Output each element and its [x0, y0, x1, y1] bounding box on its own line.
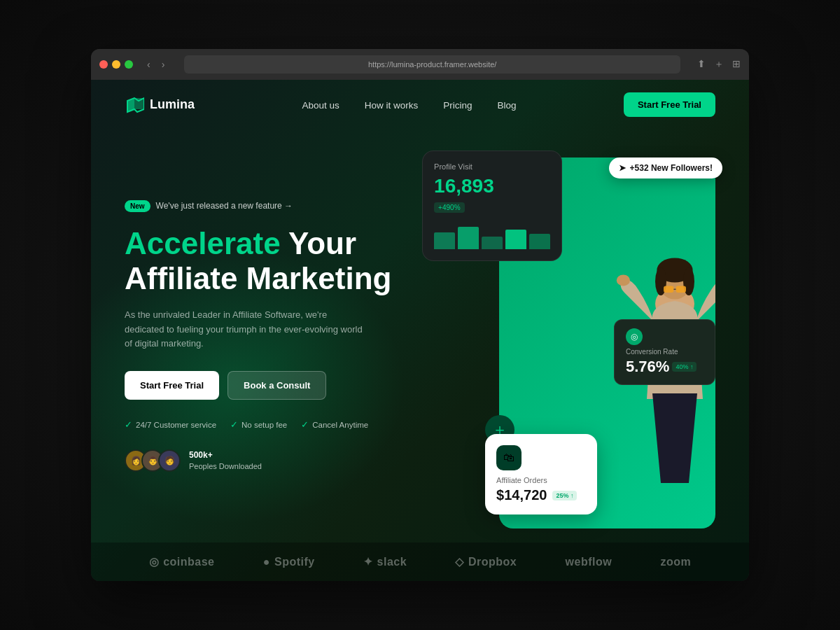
- hero-section: New We've just released a new feature → …: [91, 130, 749, 542]
- chart-bar-0: [434, 232, 455, 249]
- conversion-badge: 40% ↑: [672, 362, 696, 372]
- new-tab-icon[interactable]: ＋: [714, 58, 724, 71]
- check-icon-2: ✓: [301, 419, 309, 430]
- chart-bar-4: [529, 234, 550, 249]
- nav-link-blog[interactable]: Blog: [498, 100, 517, 111]
- follower-text: +532 New Followers!: [630, 163, 713, 173]
- back-icon[interactable]: ‹: [144, 57, 153, 71]
- navbar: Lumina About us How it works Pricing Blo…: [91, 80, 749, 130]
- chart-bar-3: [505, 230, 526, 249]
- conversion-label: Conversion Rate: [626, 348, 704, 356]
- conversion-value: 5.76%: [626, 358, 669, 376]
- browser-actions: ⬆ ＋ ⊞: [697, 58, 741, 71]
- mini-chart: [434, 221, 550, 249]
- social-proof: 👩 👨 🧑 500k+ Peoples Downloaded: [125, 449, 408, 472]
- features-list: ✓ 24/7 Customer service ✓ No setup fee ✓…: [125, 419, 408, 430]
- nav-item-how[interactable]: How it works: [365, 99, 419, 111]
- social-label: Peoples Downloaded: [189, 462, 262, 470]
- affiliate-orders-card: 🛍 Affiliate Orders $14,720 25% ↑: [485, 434, 597, 514]
- feature-item-2: ✓ Cancel Anytime: [301, 419, 368, 430]
- profile-visit-value: 16,893: [434, 175, 550, 197]
- logo[interactable]: Lumina: [125, 95, 195, 115]
- start-trial-button[interactable]: Start Free Trial: [125, 371, 219, 400]
- feature-text-0: 24/7 Customer service: [136, 421, 216, 429]
- feature-text-2: Cancel Anytime: [312, 421, 368, 429]
- new-badge: New We've just released a new feature →: [125, 200, 293, 212]
- browser-body: Lumina About us How it works Pricing Blo…: [91, 80, 749, 581]
- hero-buttons: Start Free Trial Book a Consult: [125, 371, 408, 400]
- hero-subtitle: As the unrivaled Leader in Affiliate Sof…: [125, 308, 363, 351]
- check-icon-1: ✓: [230, 419, 238, 430]
- nav-item-blog[interactable]: Blog: [498, 99, 517, 111]
- browser-titlebar: ‹ › https://lumina-product.framer.websit…: [91, 49, 749, 80]
- nav-item-pricing[interactable]: Pricing: [443, 99, 472, 111]
- nav-link-how[interactable]: How it works: [365, 100, 419, 111]
- profile-visit-label: Profile Visit: [434, 162, 550, 171]
- nav-links: About us How it works Pricing Blog: [302, 99, 516, 111]
- minimize-button[interactable]: [112, 60, 120, 69]
- svg-point-8: [616, 274, 629, 286]
- affiliate-badge: 25% ↑: [552, 491, 577, 500]
- svg-rect-6: [676, 286, 685, 293]
- hero-left: New We've just released a new feature → …: [125, 136, 408, 528]
- traffic-lights: [99, 60, 133, 69]
- slack-icon: ✦: [363, 555, 373, 568]
- webflow-label: webflow: [566, 556, 612, 568]
- follower-notification: ➤ +532 New Followers!: [609, 158, 722, 178]
- badge-text: We've just released a new feature →: [156, 201, 293, 211]
- browser-controls: ‹ ›: [144, 57, 167, 71]
- coinbase-icon: ◎: [149, 555, 160, 568]
- conversion-rate-card: ◎ Conversion Rate 5.76% 40% ↑: [614, 319, 715, 385]
- dropbox-icon: ◇: [455, 555, 464, 568]
- feature-text-1: No setup fee: [241, 421, 287, 429]
- dropbox-label: Dropbox: [468, 556, 517, 568]
- grid-icon[interactable]: ⊞: [732, 58, 741, 71]
- book-consult-button[interactable]: Book a Consult: [227, 371, 326, 400]
- partner-spotify: ● Spotify: [263, 556, 315, 568]
- hero-title-accent: Accelerate: [125, 226, 281, 260]
- website: Lumina About us How it works Pricing Blo…: [91, 80, 749, 581]
- check-icon-0: ✓: [125, 419, 132, 430]
- profile-badge: +490%: [434, 202, 464, 213]
- social-count: 500k+: [189, 449, 262, 461]
- url-text: https://lumina-product.framer.website/: [368, 60, 496, 69]
- coinbase-label: coinbase: [163, 556, 214, 568]
- partner-dropbox: ◇ Dropbox: [455, 555, 517, 568]
- partners-section: ◎ coinbase ● Spotify ✦ slack ◇ Dropbox w…: [91, 542, 749, 581]
- share-icon[interactable]: ⬆: [697, 58, 706, 71]
- profile-badge-text: +490%: [438, 204, 460, 211]
- partner-slack: ✦ slack: [363, 555, 407, 568]
- social-text: 500k+ Peoples Downloaded: [189, 449, 262, 472]
- hero-right: Profile Visit 16,893 +490%: [408, 136, 715, 528]
- affiliate-icon: 🛍: [496, 445, 522, 470]
- slack-label: slack: [377, 556, 407, 568]
- send-icon: ➤: [619, 163, 626, 173]
- spotify-label: Spotify: [274, 556, 315, 568]
- forward-icon[interactable]: ›: [159, 57, 168, 71]
- spotify-icon: ●: [263, 556, 270, 568]
- nav-cta-button[interactable]: Start Free Trial: [624, 92, 715, 117]
- browser-window: ‹ › https://lumina-product.framer.websit…: [91, 49, 749, 581]
- nav-link-pricing[interactable]: Pricing: [443, 100, 472, 111]
- avatar-stack: 👩 👨 🧑: [125, 449, 181, 472]
- avatar-3: 🧑: [158, 449, 181, 472]
- close-button[interactable]: [99, 60, 108, 69]
- address-bar[interactable]: https://lumina-product.framer.website/: [184, 55, 680, 74]
- hero-title: Accelerate YourAffiliate Marketing: [125, 226, 408, 297]
- nav-item-about[interactable]: About us: [302, 99, 339, 111]
- svg-rect-5: [664, 286, 673, 293]
- logo-text: Lumina: [150, 97, 195, 112]
- partner-coinbase: ◎ coinbase: [149, 555, 215, 568]
- logo-icon: [125, 95, 144, 115]
- chart-bar-1: [458, 227, 479, 249]
- profile-visit-card: Profile Visit 16,893 +490%: [422, 150, 562, 261]
- affiliate-value: $14,720: [496, 487, 547, 503]
- zoom-label: zoom: [660, 556, 691, 568]
- affiliate-value-row: $14,720 25% ↑: [496, 487, 586, 503]
- maximize-button[interactable]: [125, 60, 133, 69]
- feature-item-0: ✓ 24/7 Customer service: [125, 419, 216, 430]
- nav-link-about[interactable]: About us: [302, 100, 339, 111]
- partner-zoom: zoom: [660, 556, 691, 568]
- chart-bar-2: [482, 237, 503, 249]
- badge-new-label: New: [125, 200, 150, 212]
